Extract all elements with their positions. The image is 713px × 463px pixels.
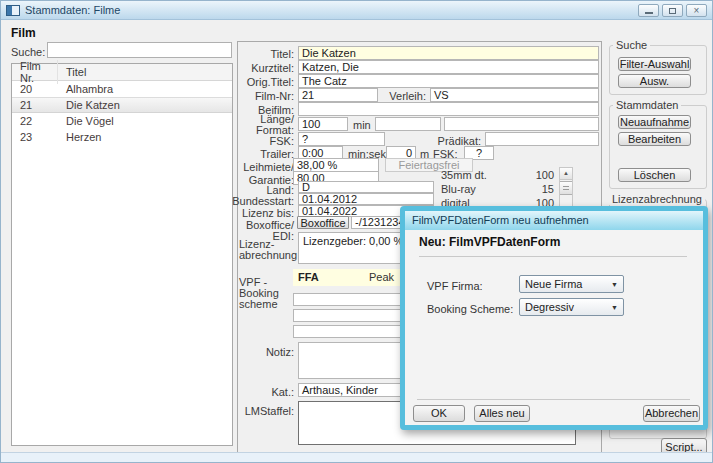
dialog-titlebar: FilmVPFDatenForm neu aufnehmen: [405, 211, 703, 230]
format-field-2[interactable]: [444, 117, 599, 131]
vpf-label-3: scheme: [239, 298, 278, 310]
auswahl-aufheben-button[interactable]: Ausw. aufheben: [618, 74, 691, 88]
status-bar: [1, 452, 712, 463]
lizenz-bis-label: Lizenz bis:: [234, 207, 294, 219]
minimize-icon: [645, 12, 653, 14]
close-button[interactable]: ×: [686, 4, 707, 17]
lizenzabrechnung-group-title: Lizenzabrechnung: [609, 193, 705, 205]
bearbeiten-button[interactable]: Bearbeiten: [618, 132, 691, 146]
bundesstart-label: Bundesstart:: [227, 195, 294, 207]
stammdaten-group-title: Stammdaten: [613, 99, 681, 111]
medien-name: 35mm dt.: [441, 169, 487, 181]
leihmiete-field[interactable]: 38,00 %: [293, 158, 379, 172]
minimize-button[interactable]: [638, 4, 659, 17]
window-controls: ×: [638, 4, 707, 17]
alles-neu-button[interactable]: Alles neu: [474, 405, 530, 422]
maximize-icon: [669, 8, 676, 14]
app-icon: [6, 5, 20, 16]
fsk-field[interactable]: ?: [298, 132, 385, 146]
vpf-firma-value: Neue Firma: [525, 278, 582, 290]
window-title: Stammdaten: Filme: [25, 4, 120, 16]
film-nr-label: Film-Nr:: [234, 90, 294, 102]
column-header-titel: Titel: [58, 66, 86, 78]
booking-scheme-label: Booking Scheme:: [427, 303, 513, 315]
film-list[interactable]: Film Nr. Titel 20 Alhambra 21 Die Katzen…: [11, 63, 233, 446]
kurztitel-field[interactable]: Katzen, Die: [298, 60, 599, 74]
list-item[interactable]: 20 Alhambra: [12, 81, 232, 97]
film-list-header: Film Nr. Titel: [12, 64, 232, 81]
titel-field[interactable]: Die Katzen: [298, 46, 599, 60]
medien-row[interactable]: Blu-ray 15: [441, 183, 574, 197]
film-nr-cell: 23: [12, 131, 58, 143]
bundesstart-field[interactable]: 01.04.2012: [298, 193, 434, 205]
abbrechen-button[interactable]: Abbrechen: [643, 405, 700, 422]
dialog-heading: Neu: FilmVPFDatenForm: [419, 235, 560, 249]
boxoffice-button[interactable]: Boxoffice: [297, 216, 349, 229]
laenge-field[interactable]: 100: [298, 117, 348, 131]
chevron-down-icon: ▼: [611, 281, 618, 288]
film-nr-cell: 21: [12, 99, 58, 111]
loeschen-button[interactable]: Löschen: [618, 168, 691, 182]
format-field-1[interactable]: [375, 117, 441, 131]
close-icon: ×: [694, 6, 700, 16]
medien-value: 100: [514, 169, 554, 181]
window-titlebar: Stammdaten: Filme: [1, 1, 712, 20]
search-label: Suche:: [11, 46, 45, 58]
booking-scheme-dropdown[interactable]: Degressiv ▼: [519, 298, 624, 316]
lizenzabrechnung-label-2: abrechnung: [239, 249, 297, 261]
verleih-label: Verleih:: [381, 90, 426, 102]
main-window: Stammdaten: Filme × Film Suche: Film Nr.…: [0, 0, 713, 463]
kat-label: Kat.:: [264, 386, 294, 398]
list-item-selected[interactable]: 21 Die Katzen: [12, 97, 232, 113]
film-nr-cell: 20: [12, 83, 58, 95]
film-nr-field[interactable]: 21: [298, 88, 378, 102]
column-header-film-nr: Film Nr.: [12, 60, 58, 84]
dialog-separator-top: [419, 256, 687, 257]
film-nr-cell: 22: [12, 115, 58, 127]
land-field[interactable]: D: [298, 181, 434, 193]
vpf-firma-label: VPF Firma:: [427, 280, 483, 292]
list-item[interactable]: 22 Die Vögel: [12, 113, 232, 129]
orig-titel-field[interactable]: The Catz: [298, 74, 599, 88]
titel-label: Titel:: [234, 48, 294, 60]
dialog-separator-bottom: [417, 399, 690, 400]
praedikat-field[interactable]: [485, 132, 599, 146]
vpf-scheme-cell: Peak: [369, 269, 394, 286]
suche-group-title: Suche: [613, 39, 650, 51]
orig-titel-label: Orig.Titel:: [234, 76, 294, 88]
page-title: Film: [11, 26, 36, 40]
leihmiete-label: Leihmiete/: [228, 161, 294, 173]
scrollbar-thumb[interactable]: [560, 181, 572, 195]
film-titel-cell: Alhambra: [58, 83, 113, 95]
beifilm-field[interactable]: [298, 102, 599, 116]
film-titel-cell: Die Katzen: [58, 99, 120, 111]
ok-button[interactable]: OK: [413, 405, 465, 422]
film-vpf-dialog: FilmVPFDatenForm neu aufnehmen Neu: Film…: [400, 206, 708, 430]
filter-auswahl-button[interactable]: Filter-Auswahl: [618, 57, 691, 71]
laenge-unit-label: min: [353, 119, 371, 131]
trailer-label: Trailer:: [234, 148, 294, 160]
scroll-up-icon[interactable]: ▲: [560, 168, 572, 180]
chevron-down-icon: ▼: [611, 304, 618, 311]
verleih-field[interactable]: VS: [430, 88, 599, 102]
list-item[interactable]: 23 Herzen: [12, 129, 232, 145]
dialog-body: Neu: FilmVPFDatenForm VPF Firma: Neue Fi…: [405, 230, 703, 424]
vpf-firma-cell: FFA: [298, 269, 319, 286]
medien-row[interactable]: 35mm dt. 100: [441, 169, 574, 183]
search-input[interactable]: [47, 42, 232, 58]
neuaufnahme-button[interactable]: Neuaufnahme: [618, 115, 691, 129]
medien-name: Blu-ray: [441, 183, 476, 195]
notiz-label: Notiz:: [254, 346, 294, 358]
kurztitel-label: Kurztitel:: [234, 62, 294, 74]
booking-scheme-value: Degressiv: [525, 301, 574, 313]
film-titel-cell: Die Vögel: [58, 115, 114, 127]
lmstaffel-label: LMStaffel:: [238, 405, 294, 417]
film-titel-cell: Herzen: [58, 131, 101, 143]
vpf-firma-dropdown[interactable]: Neue Firma ▼: [519, 275, 624, 293]
medien-value: 15: [514, 183, 554, 195]
fsk-label: FSK:: [234, 135, 294, 147]
maximize-button[interactable]: [662, 4, 683, 17]
